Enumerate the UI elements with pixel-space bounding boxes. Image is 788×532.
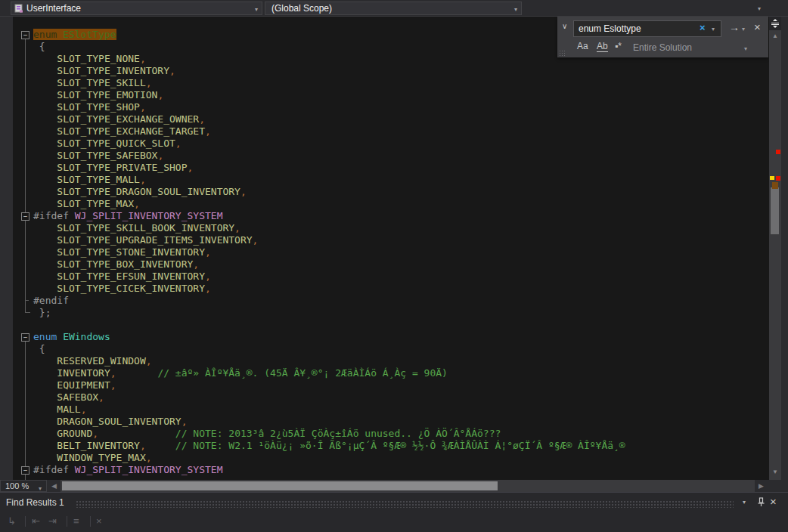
code-line[interactable]: SAFEBOX, [33,391,625,404]
goto-location-button[interactable]: ↳ [8,515,16,527]
code-line[interactable]: SLOT_TYPE_CICEK_INVENTORY, [33,283,625,295]
code-line[interactable]: EQUIPMENT, [33,379,625,391]
scroll-left-icon[interactable]: ◀ [51,482,57,490]
panel-drag-texture[interactable] [76,500,734,508]
code-line[interactable]: #ifdef WJ_SPLIT_INVENTORY_SYSTEM [33,210,625,222]
horizontal-scrollbar-thumb[interactable] [62,481,498,490]
horizontal-scrollbar-track[interactable] [60,480,755,492]
code-line[interactable]: BELT_INVENTORY, // NOTE: W2.1 ¹öÀü¿¡ »õ·… [33,440,625,452]
close-find-panel-icon[interactable]: × [754,21,761,32]
code-line[interactable]: SLOT_TYPE_SKILL_BOOK_INVENTORY, [33,222,625,234]
collapse-region-icon[interactable]: − [21,466,29,475]
code-line[interactable]: SLOT_TYPE_PRIVATE_SHOP, [33,162,625,174]
project-dropdown[interactable]: UserInterface ▾ [11,2,262,15]
search-scope-dropdown[interactable]: Entire Solution [633,42,692,53]
scope-dropdown[interactable]: (Global Scope) ▾ [265,2,522,15]
search-scope-caret-icon[interactable]: ▾ [744,45,747,52]
scroll-down-icon[interactable]: ▼ [769,469,781,475]
member-dropdown-caret[interactable]: ▾ [758,5,761,12]
chevron-down-icon: ▾ [514,6,517,13]
scrollbar-corner [769,480,788,492]
code-line[interactable]: SLOT_TYPE_SHOP, [33,101,625,113]
editor-zoom-dropdown[interactable]: 100 % ▾ [0,480,47,492]
code-line[interactable]: INVENTORY, // ±âº» ÀÎº¥Åä¸®. (45Ä Â¥¸®°¡… [33,367,625,379]
find-next-icon[interactable]: → [729,22,740,32]
scrollbar-mark [772,182,778,189]
code-line[interactable]: { [33,343,625,355]
code-line[interactable]: GROUND, // NOTE: 2013³â 2¿ù5ÀÏ ÇöÀç±îÁö … [33,428,625,440]
scrollbar-mark [776,176,780,181]
find-match-highlight: enum ESlotType [33,29,116,40]
match-case-toggle[interactable]: Aa [577,41,588,51]
code-line[interactable]: SLOT_TYPE_BOX_INVENTORY, [33,258,625,271]
scrollbar-mark [770,176,774,180]
code-line[interactable]: WINDOW_TYPE_MAX, [33,452,625,464]
outline-guide-line [25,39,26,313]
code-line[interactable]: }; [33,307,625,319]
project-dropdown-label: UserInterface [26,3,81,14]
collapse-region-icon[interactable]: − [21,212,29,221]
find-results-title: Find Results 1 [6,497,64,508]
code-line[interactable]: SLOT_TYPE_EMOTION, [33,89,625,101]
pin-panel-icon[interactable] [757,496,765,510]
delete-results-button[interactable]: × [96,515,102,527]
scope-dropdown-label: (Global Scope) [271,3,332,14]
zoom-level-label: 100 % [5,481,29,490]
vertical-scrollbar-thumb[interactable] [771,187,779,234]
code-line[interactable]: #endif [33,295,625,307]
collapse-panel-chevron-icon[interactable]: ∨ [562,22,567,30]
code-line[interactable]: MALL, [33,404,625,416]
scrollbar-mark [776,150,780,154]
clear-search-icon[interactable]: × [700,23,706,32]
code-line[interactable]: SLOT_TYPE_EXCHANGE_TARGET, [33,125,625,138]
code-line[interactable]: #ifdef WJ_SPLIT_INVENTORY_SYSTEM [33,464,625,476]
collapse-region-icon[interactable]: − [21,31,29,39]
outline-end-tick [26,300,29,301]
regex-toggle[interactable]: ▪* [615,41,622,51]
code-line[interactable]: SLOT_TYPE_SKILL, [33,77,625,89]
toolbar-separator [67,516,67,527]
outline-guide-line [25,475,26,480]
code-line[interactable]: enum EWindows [33,331,625,343]
previous-location-button[interactable]: ⇤ [32,515,40,527]
code-line[interactable]: SLOT_TYPE_EXCHANGE_OWNER, [33,113,625,125]
code-line[interactable]: SLOT_TYPE_STONE_INVENTORY, [33,246,625,258]
code-line[interactable]: SLOT_TYPE_INVENTORY, [33,65,625,77]
match-whole-word-toggle[interactable]: Ab [597,41,608,51]
outline-guide-line [25,342,26,466]
close-panel-icon[interactable]: × [770,496,777,507]
code-line[interactable]: SLOT_TYPE_EFSUN_INVENTORY, [33,271,625,283]
code-line[interactable]: SLOT_TYPE_MAX, [33,198,625,210]
user-interface-file-icon [14,4,23,13]
next-location-button[interactable]: ⇥ [48,515,57,527]
find-results-panel: Find Results 1 ▾ × ↳ ⇤ ⇥ ≡ × [0,492,788,532]
code-line[interactable]: SLOT_TYPE_DRAGON_SOUL_INVENTORY, [33,186,625,198]
splitter-icon [769,17,781,30]
code-line[interactable]: { [33,41,625,53]
panel-resize-grip[interactable] [559,50,565,56]
scroll-up-icon[interactable]: ▲ [769,32,781,39]
window-position-caret-icon[interactable]: ▾ [743,499,746,506]
code-line[interactable]: SLOT_TYPE_UPGRADE_ITEMS_INVENTORY, [33,234,625,246]
toolbar-separator [90,516,91,527]
code-line[interactable]: DRAGON_SOUL_INVENTORY, [33,416,625,428]
search-history-caret-icon[interactable]: ▾ [712,26,715,32]
code-line[interactable]: SLOT_TYPE_MALL, [33,174,625,186]
code-line[interactable]: SLOT_TYPE_NONE, [33,53,625,65]
code-line[interactable]: SLOT_TYPE_SAFEBOX, [33,150,625,162]
find-panel: ∨ × ▾ → ▾ × Aa Ab ▪* Entire Solution ▾ [557,17,768,57]
scroll-right-icon[interactable]: ▶ [759,482,764,490]
find-options-caret-icon[interactable]: ▾ [742,26,745,32]
collapse-region-icon[interactable]: − [21,333,29,342]
code-lines[interactable]: enum ESlotType { SLOT_TYPE_NONE, SLOT_TY… [33,29,625,476]
navigation-bar: UserInterface ▾ (Global Scope) ▾ ▾ [0,0,788,17]
clear-all-button[interactable]: ≡ [73,515,79,527]
code-line[interactable]: enum ESlotType [33,29,625,41]
breakpoint-margin[interactable] [0,17,13,480]
code-line[interactable]: SLOT_TYPE_QUICK_SLOT, [33,138,625,150]
code-line[interactable]: RESERVED_WINDOW, [33,355,625,367]
split-window-handle[interactable] [769,17,781,30]
vertical-scrollbar[interactable]: ▲ ▼ [769,17,781,480]
code-editor[interactable]: − − − − enum ESlotType { SLOT_TYPE_NONE,… [0,17,781,480]
code-line[interactable] [33,319,625,331]
